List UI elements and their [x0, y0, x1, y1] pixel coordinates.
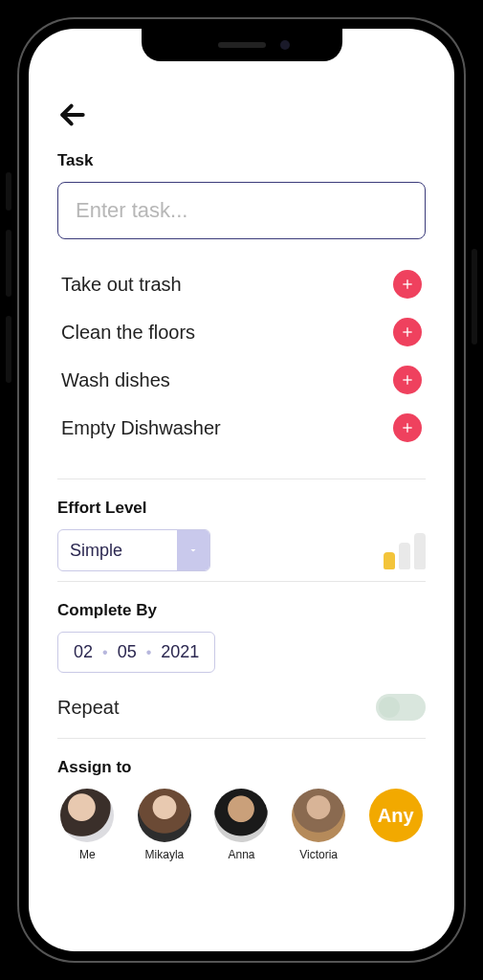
add-task-button[interactable] [393, 413, 422, 442]
assign-any[interactable]: Any [365, 789, 426, 861]
assign-person-name: Me [79, 848, 96, 861]
chevron-down-icon [187, 545, 199, 556]
date-month: 05 [118, 642, 137, 662]
date-separator-icon: • [146, 644, 152, 661]
assign-person[interactable]: Mikayla [135, 789, 195, 861]
task-suggestion-label: Empty Dishwasher [61, 417, 221, 439]
date-separator-icon: • [102, 644, 108, 661]
complete-by-date-picker[interactable]: 02 • 05 • 2021 [57, 632, 215, 673]
app-screen: Task Take out trash Clean the floors Wa [29, 29, 454, 951]
back-button[interactable] [57, 96, 96, 134]
add-task-button[interactable] [393, 270, 422, 299]
avatar [214, 789, 268, 842]
task-section-label: Task [57, 151, 426, 170]
date-day: 02 [74, 642, 93, 662]
effort-select-value: Simple [58, 530, 177, 570]
assign-person-name: Victoria [299, 848, 338, 861]
task-suggestion-row: Clean the floors [61, 308, 422, 356]
task-suggestion-row: Take out trash [61, 260, 422, 308]
effort-section-label: Effort Level [57, 499, 426, 518]
task-suggestion-label: Clean the floors [61, 322, 195, 344]
plus-icon [400, 324, 415, 340]
effort-select-caret [177, 530, 209, 570]
assign-person-name: Mikayla [145, 848, 185, 861]
assign-person[interactable]: Anna [211, 789, 272, 861]
task-input[interactable] [57, 182, 426, 239]
device-notch [142, 29, 342, 61]
toggle-knob-icon [379, 697, 400, 718]
avatar [292, 789, 345, 842]
assign-person[interactable]: Victoria [289, 789, 349, 861]
plus-icon [400, 277, 415, 292]
divider [57, 581, 426, 582]
assign-person[interactable]: Me [57, 789, 118, 861]
back-arrow-icon [57, 100, 88, 130]
effort-select[interactable]: Simple [57, 529, 210, 571]
plus-icon [400, 372, 415, 388]
task-suggestion-label: Take out trash [61, 274, 182, 296]
repeat-label: Repeat [57, 697, 120, 719]
complete-by-label: Complete By [57, 601, 426, 620]
assign-section-label: Assign to [57, 758, 426, 777]
repeat-toggle[interactable] [376, 694, 426, 721]
task-suggestion-row: Wash dishes [61, 356, 422, 404]
divider [57, 738, 426, 739]
divider [57, 479, 426, 479]
plus-icon [400, 420, 415, 435]
task-suggestion-list: Take out trash Clean the floors Wash dis… [57, 260, 426, 469]
avatar [60, 789, 114, 842]
task-suggestion-label: Wash dishes [61, 369, 170, 391]
any-badge: Any [369, 789, 423, 842]
add-task-button[interactable] [393, 366, 422, 394]
assign-person-name: Anna [228, 848, 254, 861]
effort-bars-icon [384, 531, 426, 569]
assign-people-row: Me Mikayla Anna Victoria Any [57, 789, 426, 861]
assign-person-name [394, 848, 397, 861]
avatar [138, 789, 191, 842]
date-year: 2021 [161, 642, 199, 662]
add-task-button[interactable] [393, 318, 422, 346]
task-suggestion-row: Empty Dishwasher [61, 404, 422, 452]
